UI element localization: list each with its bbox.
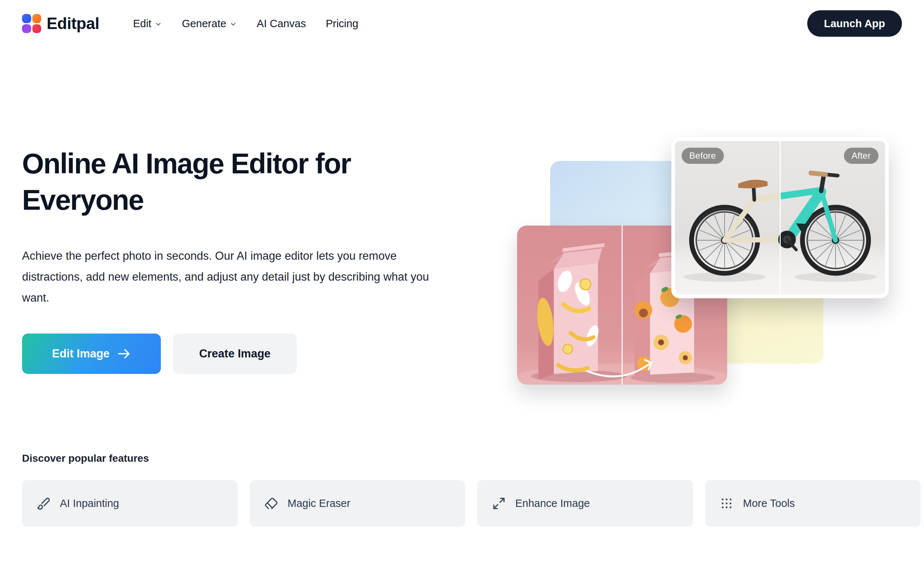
grid-dots-icon (720, 497, 733, 510)
feature-card-more-tools[interactable]: More Tools (705, 480, 921, 527)
eraser-icon (264, 497, 278, 510)
nav-item-edit[interactable]: Edit (133, 18, 162, 30)
arrow-right-icon (117, 348, 131, 359)
nav-item-label: AI Canvas (257, 18, 306, 30)
brush-icon (37, 497, 50, 510)
feature-card-enhance-image[interactable]: Enhance Image (477, 480, 693, 527)
editpal-landing-page: Editpal Edit Generate AI Canvas Pricing … (0, 0, 924, 587)
brand-name: Editpal (47, 14, 99, 33)
feature-card-label: Enhance Image (515, 498, 590, 509)
nav-item-pricing[interactable]: Pricing (326, 18, 358, 30)
feature-cards: AI Inpainting Magic Eraser Enhance Image… (22, 480, 921, 527)
page-title: Online AI Image Editor for Everyone (22, 146, 455, 218)
chevron-down-icon (155, 21, 162, 28)
create-image-button[interactable]: Create Image (173, 334, 297, 374)
expand-arrows-icon (492, 497, 506, 510)
feature-card-label: More Tools (743, 498, 795, 509)
edit-image-label: Edit Image (52, 347, 110, 360)
bike-before-after-image: Before After (672, 137, 889, 298)
nav-item-generate[interactable]: Generate (182, 18, 237, 30)
hero-cta-row: Edit Image Create Image (22, 334, 297, 374)
nav-item-label: Generate (182, 18, 226, 30)
before-badge: Before (681, 148, 724, 164)
nav-item-label: Pricing (326, 18, 358, 30)
hero-description: Achieve the perfect photo in seconds. Ou… (22, 245, 446, 308)
before-after-divider (780, 141, 781, 294)
bike-photo: Before After (675, 141, 885, 294)
feature-card-label: Magic Eraser (287, 498, 350, 509)
feature-card-ai-inpainting[interactable]: AI Inpainting (22, 480, 238, 527)
top-nav: Editpal Edit Generate AI Canvas Pricing … (0, 0, 924, 47)
nav-item-label: Edit (133, 18, 151, 30)
feature-card-label: AI Inpainting (60, 498, 119, 509)
features-heading: Discover popular features (22, 453, 149, 464)
chevron-down-icon (229, 21, 237, 28)
brand-home-link[interactable]: Editpal (22, 14, 99, 33)
launch-app-button[interactable]: Launch App (807, 10, 902, 37)
editpal-logo-icon (22, 14, 41, 33)
feature-card-magic-eraser[interactable]: Magic Eraser (250, 480, 465, 527)
after-badge: After (844, 148, 878, 164)
nav-links: Edit Generate AI Canvas Pricing (133, 18, 358, 30)
edit-image-button[interactable]: Edit Image (22, 334, 161, 374)
nav-item-ai-canvas[interactable]: AI Canvas (257, 18, 306, 30)
